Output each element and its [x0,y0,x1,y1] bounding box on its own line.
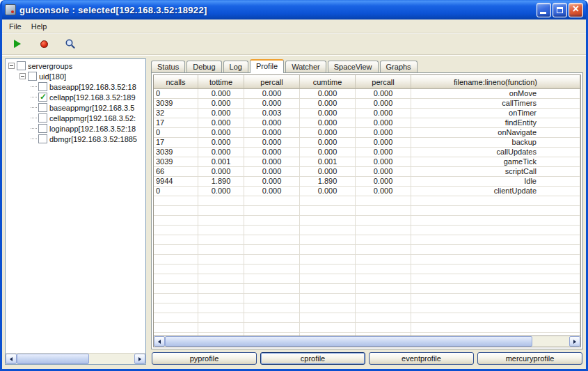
empty-row [154,245,580,255]
cell: 0.000 [356,128,411,137]
cell [244,235,300,244]
minimize-button[interactable] [537,3,551,17]
start-button[interactable] [9,35,26,52]
menu-item-file[interactable]: File [4,21,26,32]
tab-status[interactable]: Status [151,61,185,72]
tree-item-label[interactable]: servergroups [28,62,72,70]
cell [411,245,580,254]
scrollbar-track[interactable] [89,354,134,364]
profile-row[interactable]: 00.0000.0000.0000.000onNavigate [154,128,580,138]
column-header-ncalls[interactable]: ncalls [154,75,198,88]
cell: scriptCall [411,167,580,176]
tab-graphs[interactable]: Graphs [380,61,418,72]
tab-debug[interactable]: Debug [186,61,221,72]
cell: 0.000 [244,138,300,147]
scrollbar-track[interactable] [532,336,569,347]
cell: 0.000 [198,167,244,176]
scrollbar-thumb[interactable] [17,354,89,364]
column-header-percall-2[interactable]: percall [356,75,411,88]
tree-item-label[interactable]: uid[180] [39,72,66,81]
column-header-cumtime[interactable]: cumtime [300,75,356,88]
cell: 0.000 [356,187,411,196]
close-button[interactable] [569,3,583,17]
mercuryprofile-button[interactable]: mercuryprofile [477,352,582,365]
cell: 0.000 [356,99,411,108]
tree-item-servergroups[interactable]: servergroups [7,61,145,71]
cprofile-button[interactable]: cprofile [260,352,365,365]
grid-body: 00.0000.0000.0000.000onMove30390.0000.00… [154,89,580,336]
tree-item-cellappmgr[interactable]: cellappmgr[192.168.3.52: [7,113,145,123]
profile-row[interactable]: 170.0000.0000.0000.000backup [154,138,580,148]
checkbox[interactable] [28,72,37,81]
scrollbar-thumb[interactable] [165,336,532,347]
collapse-icon[interactable] [19,73,26,79]
cell: 0.000 [244,89,300,98]
checkbox[interactable] [38,113,47,123]
profile-row[interactable]: 99441.8900.0001.8900.000Idle [154,177,580,187]
checkbox[interactable] [38,82,47,91]
tab-profile[interactable]: Profile [250,59,284,73]
column-header-percall[interactable]: percall [244,75,300,88]
cell [154,245,198,254]
profile-row[interactable]: 30390.0000.0000.0000.000callUpdates [154,148,580,157]
tree-item-label[interactable]: cellapp[192.168.3.52:189 [49,93,136,102]
tree-item-loginapp[interactable]: loginapp[192.168.3.52:18 [7,123,145,134]
cell [154,313,198,322]
profile-row[interactable]: 30390.0010.0000.0010.000gameTick [154,157,580,167]
tree-item-baseapp[interactable]: baseapp[192.168.3.52:18 [7,81,145,92]
scroll-right-button[interactable] [569,336,580,347]
menu-item-help[interactable]: Help [26,21,52,32]
cell: 0.000 [244,99,300,108]
checkbox[interactable] [38,134,47,143]
cell [411,294,580,303]
profile-row[interactable]: 660.0000.0000.0000.000scriptCall [154,167,580,177]
tree-item-label[interactable]: baseapp[192.168.3.52:18 [49,83,136,91]
empty-row [154,313,580,323]
zoom-button[interactable] [62,35,79,52]
checkbox[interactable] [38,93,47,102]
tree-item-uid[interactable]: uid[180] [7,71,145,81]
checkbox[interactable] [38,124,47,133]
toolbar [2,33,586,55]
cell [411,196,580,205]
maximize-button[interactable] [553,3,567,17]
tree-item-cellapp[interactable]: cellapp[192.168.3.52:189 [7,92,145,102]
tree-item-baseappmgr[interactable]: baseappmgr[192.168.3.5 [7,102,145,113]
column-header-tottime[interactable]: tottime [198,75,244,88]
tab-spaceview[interactable]: SpaceView [328,61,379,72]
tab-log[interactable]: Log [223,61,248,72]
tree-item-label[interactable]: baseappmgr[192.168.3.5 [49,104,134,112]
cell [198,303,244,313]
tree-item-label[interactable]: loginapp[192.168.3.52:18 [49,125,136,133]
cell: 0.000 [244,128,300,137]
pyprofile-button[interactable]: pyprofile [152,352,257,365]
profile-row[interactable]: 30390.0000.0000.0000.000callTimers [154,99,580,109]
collapse-icon[interactable] [8,63,15,69]
checkbox[interactable] [17,61,26,70]
arrow-left-icon [10,357,13,361]
cell [198,313,244,322]
checkbox[interactable] [38,103,47,112]
profile-row[interactable]: 00.0000.0000.0000.000onMove [154,89,580,99]
tree-connector [31,128,37,129]
eventprofile-button[interactable]: eventprofile [369,352,474,365]
scroll-left-button[interactable] [154,336,165,347]
profile-row[interactable]: 320.0000.0030.0000.000onTimer [154,109,580,118]
column-header-filename[interactable]: filename:lineno(function) [411,75,580,88]
cell [300,245,356,254]
tree-item-label[interactable]: dbmgr[192.168.3.52:1885 [49,135,137,143]
cell [356,284,411,293]
profile-row[interactable]: 170.0000.0000.0000.000findEntity [154,118,580,128]
cell: onNavigate [411,128,580,137]
tab-watcher[interactable]: Watcher [285,61,326,72]
tree-item-label[interactable]: cellappmgr[192.168.3.52: [49,114,136,123]
scroll-right-button[interactable] [134,354,145,364]
scroll-left-button[interactable] [6,354,17,364]
cell [244,274,300,283]
stop-button[interactable] [35,35,52,52]
profile-row[interactable]: 00.0000.0000.0000.000clientUpdate [154,187,580,196]
cell [244,294,300,303]
tree-item-dbmgr[interactable]: dbmgr[192.168.3.52:1885 [7,134,145,144]
title-bar[interactable]: guiconsole : selected[192.168.3.52:18922… [2,0,586,19]
cell [300,265,356,274]
